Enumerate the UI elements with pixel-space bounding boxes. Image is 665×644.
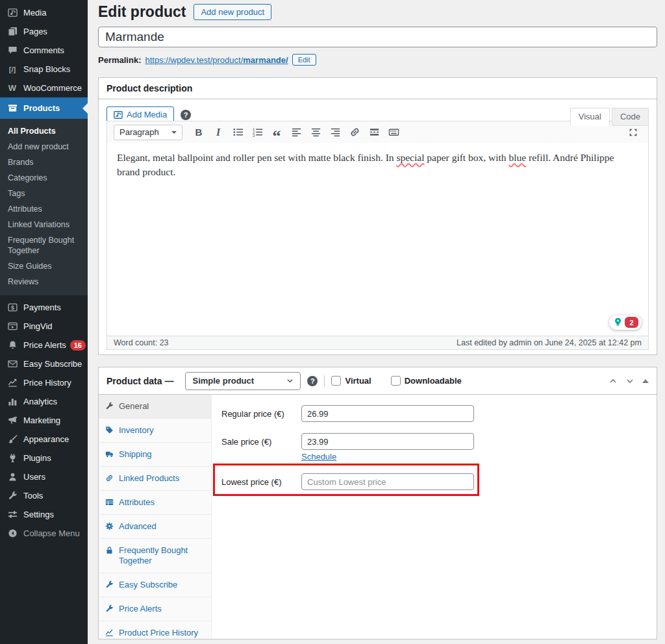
submenu-size-guides[interactable]: Size Guides (0, 258, 88, 274)
sidebar-item-label: Easy Subscribe (23, 359, 82, 369)
bold-button[interactable]: B (190, 125, 207, 140)
sidebar-item-price-history[interactable]: Price History (0, 373, 88, 392)
product-description-metabox: Product description Add Media ? Visual C… (98, 77, 657, 355)
editor-content-area[interactable]: Elegant, metal ballpoint and roller pen … (107, 143, 648, 336)
virtual-label: Virtual (345, 376, 371, 386)
link-icon (105, 474, 114, 483)
regular-price-input[interactable] (301, 405, 474, 422)
last-edited-info: Last edited by admin on June 24, 2025 at… (457, 338, 642, 347)
keyboard-shortcuts-button[interactable] (385, 125, 402, 140)
submenu-add-new-product[interactable]: Add new product (0, 139, 88, 155)
paragraph-dropdown[interactable]: Paragraph (114, 125, 182, 140)
sale-price-input[interactable] (301, 433, 474, 450)
submenu-frequently-bought-together[interactable]: Frequently Bought Together (0, 232, 87, 258)
blockquote-button[interactable]: “ (268, 121, 285, 144)
divider (324, 375, 325, 387)
sidebar-item-media[interactable]: Media (0, 3, 88, 22)
sidebar-item-comments[interactable]: Comments (0, 41, 88, 60)
bell-icon (6, 340, 18, 351)
tab-inventory[interactable]: Inventory (99, 419, 211, 443)
sidebar-item-snap-blocks[interactable]: [/] Snap Blocks (0, 60, 88, 79)
schedule-link[interactable]: Schedule (301, 452, 336, 462)
tab-frequently-bought-together[interactable]: Frequently Bought Together (99, 539, 211, 573)
fullscreen-icon[interactable] (625, 125, 642, 140)
link-button[interactable] (346, 125, 363, 140)
products-submenu: All Products Add new product Brands Cate… (0, 119, 88, 295)
sidebar-item-tools[interactable]: Tools (0, 486, 88, 505)
sidebar-item-marketing[interactable]: Marketing (0, 411, 88, 430)
product-data-body: General Inventory Shipping Linked Produc… (99, 395, 657, 639)
italic-button[interactable]: I (210, 125, 227, 140)
sidebar-item-easy-subscribe[interactable]: Easy Subscribe (0, 354, 88, 373)
sidebar-item-settings[interactable]: Settings (0, 505, 88, 524)
product-title-input[interactable] (98, 27, 657, 47)
wrench-icon (105, 402, 114, 411)
tab-label: Inventory (119, 425, 153, 436)
align-left-button[interactable] (288, 125, 305, 140)
grammar-checker-widget[interactable]: 2 (609, 315, 642, 330)
virtual-checkbox[interactable] (331, 376, 341, 386)
tab-label: Product Price History (119, 628, 198, 638)
sidebar-item-products[interactable]: Products (0, 97, 88, 119)
lowest-price-label: Lowest price (€) (221, 477, 301, 487)
add-new-product-button[interactable]: Add new product (194, 4, 271, 20)
word-count: Word count: 23 (114, 338, 169, 347)
tab-advanced[interactable]: Advanced (99, 515, 211, 539)
tab-general[interactable]: General (99, 395, 211, 419)
tab-price-alerts[interactable]: Price Alerts (99, 597, 211, 621)
permalink-edit-button[interactable]: Edit (292, 54, 316, 66)
product-data-header: Product data — Simple product ? Virtual … (99, 367, 657, 395)
toggle-panel-icon[interactable] (642, 378, 649, 383)
svg-text:3: 3 (252, 133, 255, 138)
move-up-icon[interactable] (609, 377, 618, 386)
submenu-brands[interactable]: Brands (0, 155, 88, 170)
submenu-linked-variations[interactable]: Linked Variations (0, 217, 88, 232)
align-center-button[interactable] (307, 125, 324, 140)
tab-code[interactable]: Code (612, 108, 649, 126)
product-data-tabs: General Inventory Shipping Linked Produc… (99, 395, 212, 639)
submenu-attributes[interactable]: Attributes (0, 201, 88, 217)
help-icon[interactable]: ? (307, 376, 318, 386)
lowest-price-input[interactable] (301, 473, 474, 490)
help-icon[interactable]: ? (181, 110, 191, 120)
sidebar-item-payments[interactable]: $ Payments (0, 298, 88, 317)
permalink-url[interactable]: https://wpdev.test/product/marmande/ (145, 55, 288, 65)
sidebar-item-price-alerts[interactable]: Price Alerts 16 (0, 336, 88, 354)
read-more-button[interactable] (366, 125, 383, 140)
tab-product-price-history[interactable]: Product Price History (99, 621, 211, 644)
sidebar-item-collapse-menu[interactable]: Collapse Menu (0, 524, 88, 543)
permalink-url-prefix: https://wpdev.test/product/ (145, 55, 243, 65)
product-data-metabox: Product data — Simple product ? Virtual … (98, 367, 657, 639)
tab-easy-subscribe[interactable]: Easy Subscribe (99, 573, 211, 597)
sidebar-item-plugins[interactable]: Plugins (0, 449, 88, 467)
move-down-icon[interactable] (625, 377, 634, 386)
chevron-down-icon (286, 377, 294, 384)
downloadable-checkbox[interactable] (391, 376, 401, 386)
sidebar-item-label: Settings (23, 510, 54, 519)
sidebar-item-pingvid[interactable]: PingVid (0, 317, 88, 336)
product-type-select[interactable]: Simple product (185, 372, 301, 390)
comments-icon (6, 45, 18, 56)
tab-linked-products[interactable]: Linked Products (99, 467, 211, 491)
sidebar-item-analytics[interactable]: Analytics (0, 392, 88, 411)
bullet-list-button[interactable] (229, 125, 246, 140)
wordpress-admin-screen: Media Pages Comments [/] Snap Blocks W W… (0, 0, 665, 644)
sidebar-item-woocommerce[interactable]: W WooCommerce (0, 79, 88, 97)
tab-shipping[interactable]: Shipping (99, 443, 211, 467)
submenu-tags[interactable]: Tags (0, 186, 88, 201)
pingvid-icon (6, 321, 18, 332)
tab-visual[interactable]: Visual (570, 108, 610, 126)
submenu-reviews[interactable]: Reviews (0, 274, 88, 290)
align-right-button[interactable] (327, 125, 344, 140)
sidebar-item-users[interactable]: Users (0, 467, 88, 486)
misspelled-word: special (396, 152, 424, 163)
submenu-all-products[interactable]: All Products (0, 123, 88, 139)
sidebar-item-pages[interactable]: Pages (0, 22, 88, 41)
submenu-categories[interactable]: Categories (0, 170, 88, 186)
numbered-list-button[interactable]: 123 (249, 125, 266, 140)
admin-sidebar: Media Pages Comments [/] Snap Blocks W W… (0, 0, 88, 644)
tab-label: Advanced (119, 521, 157, 532)
sidebar-item-appearance[interactable]: Appearance (0, 430, 88, 449)
tab-label: General (119, 401, 149, 412)
tab-attributes[interactable]: Attributes (99, 491, 211, 515)
